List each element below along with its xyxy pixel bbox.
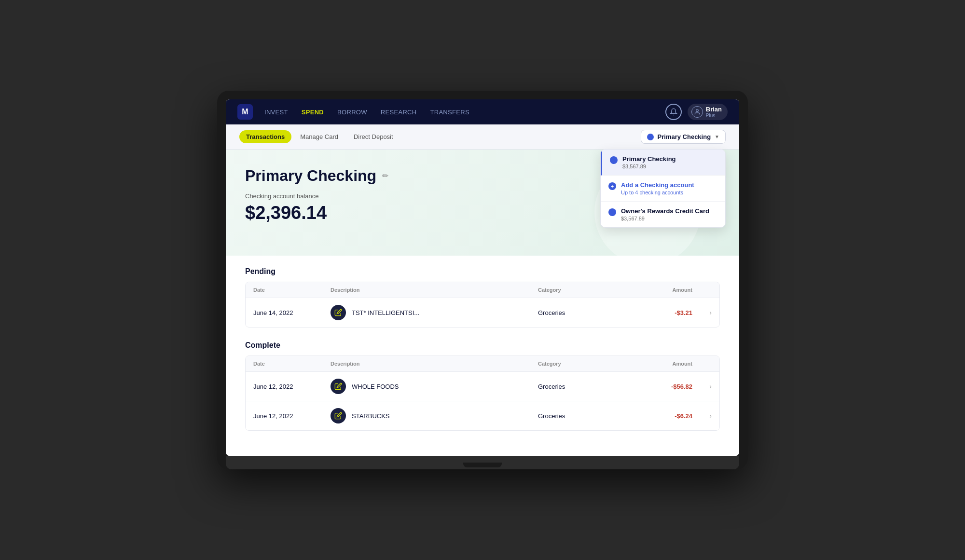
- pending-table: Date Description Category Amount June 14…: [245, 282, 720, 328]
- nav-borrow[interactable]: BORROW: [337, 109, 367, 116]
- txn-description-cell: STARBUCKS: [331, 408, 538, 423]
- txn-description-name: TST* INTELLIGENTSI...: [352, 309, 419, 316]
- pending-section-title: Pending: [245, 267, 720, 276]
- txn-date: June 12, 2022: [253, 412, 331, 420]
- txn-icon: [331, 408, 346, 423]
- logo[interactable]: M: [237, 104, 253, 120]
- transactions-section: Pending Date Description Category Amount…: [226, 256, 739, 456]
- complete-header-date: Date: [253, 361, 331, 367]
- dropdown-credit-text: Owner's Rewards Credit Card $3,567.89: [621, 207, 709, 221]
- complete-header-amount: Amount: [634, 361, 692, 367]
- txn-arrow-icon[interactable]: ›: [692, 382, 712, 390]
- user-info: Brian Plus: [706, 106, 722, 118]
- txn-amount: -$56.82: [634, 383, 692, 390]
- txn-arrow-icon[interactable]: ›: [692, 412, 712, 420]
- complete-section-title: Complete: [245, 341, 720, 350]
- complete-table: Date Description Category Amount June 12…: [245, 355, 720, 431]
- complete-header-action: [692, 361, 712, 367]
- dropdown-credit-dot-icon: [608, 208, 616, 216]
- nav-right: Brian Plus: [665, 104, 728, 120]
- txn-amount: -$6.24: [634, 412, 692, 420]
- pending-header-amount: Amount: [634, 287, 692, 293]
- pending-table-header: Date Description Category Amount: [246, 282, 719, 298]
- table-row[interactable]: June 12, 2022 WHOLE FOODS Groceries: [246, 372, 719, 401]
- user-plan: Plus: [706, 113, 722, 118]
- user-avatar: [691, 106, 703, 118]
- dropdown-account-balance: $3,567.89: [622, 164, 676, 169]
- edit-account-name-icon[interactable]: ✏: [382, 171, 388, 180]
- txn-description-cell: TST* INTELLIGENTSI...: [331, 305, 538, 320]
- complete-header-description: Description: [331, 361, 538, 367]
- complete-header-category: Category: [538, 361, 634, 367]
- txn-date: June 14, 2022: [253, 309, 331, 316]
- dropdown-add-sub: Up to 4 checking accounts: [621, 190, 694, 195]
- user-name: Brian: [706, 106, 722, 113]
- dropdown-credit-name: Owner's Rewards Credit Card: [621, 207, 709, 215]
- txn-description-name: STARBUCKS: [352, 412, 390, 420]
- account-dropdown[interactable]: Primary Checking ▼: [641, 130, 726, 144]
- svg-point-0: [696, 109, 698, 112]
- account-dropdown-menu: Primary Checking $3,567.89 + Add a Check…: [600, 149, 726, 228]
- txn-icon: [331, 379, 346, 394]
- txn-category: Groceries: [538, 309, 634, 316]
- nav-transfers[interactable]: TRANSFERS: [430, 109, 469, 116]
- txn-description-cell: WHOLE FOODS: [331, 379, 538, 394]
- account-dropdown-label: Primary Checking: [658, 133, 711, 140]
- txn-category: Groceries: [538, 383, 634, 390]
- dropdown-item-primary-checking[interactable]: Primary Checking $3,567.89: [601, 150, 725, 176]
- top-navigation: M INVEST SPEND BORROW RESEARCH TRANSFERS: [226, 99, 739, 124]
- dropdown-add-name: Add a Checking account: [621, 181, 694, 189]
- dropdown-add-icon: +: [608, 182, 616, 190]
- notifications-button[interactable]: [665, 104, 682, 120]
- nav-research[interactable]: RESEARCH: [381, 109, 417, 116]
- pending-header-category: Category: [538, 287, 634, 293]
- dropdown-item-credit-card[interactable]: Owner's Rewards Credit Card $3,567.89: [601, 202, 725, 227]
- nav-spend[interactable]: SPEND: [302, 109, 324, 116]
- dropdown-item-text: Primary Checking $3,567.89: [622, 155, 676, 169]
- table-row[interactable]: June 14, 2022 TST* INTELLIGENTSI... Groc…: [246, 298, 719, 327]
- dropdown-item-add-checking[interactable]: + Add a Checking account Up to 4 checkin…: [601, 176, 725, 202]
- txn-arrow-icon[interactable]: ›: [692, 309, 712, 316]
- account-name: Primary Checking: [245, 167, 376, 185]
- pending-header-date: Date: [253, 287, 331, 293]
- pending-header-action: [692, 287, 712, 293]
- dropdown-account-name: Primary Checking: [622, 155, 676, 163]
- txn-category: Groceries: [538, 412, 634, 420]
- tab-direct-deposit[interactable]: Direct Deposit: [347, 130, 400, 143]
- dropdown-add-text: Add a Checking account Up to 4 checking …: [621, 181, 694, 195]
- dropdown-dot-icon: [610, 156, 618, 164]
- txn-icon: [331, 305, 346, 320]
- txn-description-name: WHOLE FOODS: [352, 383, 399, 390]
- tab-manage-card[interactable]: Manage Card: [293, 130, 345, 143]
- txn-amount: -$3.21: [634, 309, 692, 316]
- account-dot-icon: [647, 134, 654, 140]
- chevron-down-icon: ▼: [715, 134, 719, 139]
- complete-table-header: Date Description Category Amount: [246, 356, 719, 372]
- tab-transactions[interactable]: Transactions: [239, 130, 291, 143]
- nav-invest[interactable]: INVEST: [264, 109, 288, 116]
- nav-items: INVEST SPEND BORROW RESEARCH TRANSFERS: [264, 109, 665, 116]
- pending-header-description: Description: [331, 287, 538, 293]
- dropdown-credit-balance: $3,567.89: [621, 216, 709, 221]
- txn-date: June 12, 2022: [253, 383, 331, 390]
- sub-navigation: Transactions Manage Card Direct Deposit …: [226, 124, 739, 150]
- table-row[interactable]: June 12, 2022 STARBUCKS Groceries: [246, 401, 719, 430]
- user-menu-button[interactable]: Brian Plus: [688, 104, 728, 120]
